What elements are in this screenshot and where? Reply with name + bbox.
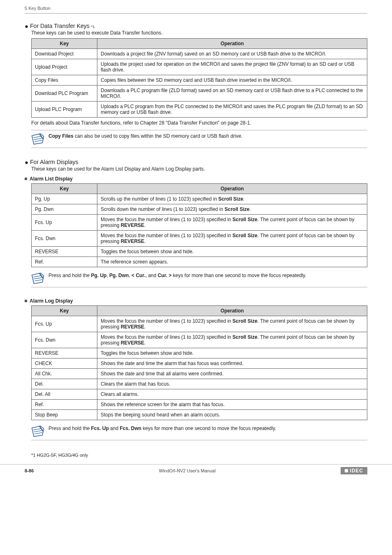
- note-icon: [31, 133, 44, 145]
- cell-key: REVERSE: [32, 247, 97, 257]
- cell-operation: Clears all alarms.: [97, 389, 367, 400]
- cell-operation: Moves the focus the number of lines (1 t…: [97, 215, 367, 231]
- section-title-data-transfer: ● For Data Transfer Keys*1: [25, 23, 367, 29]
- cell-key: Ref.: [32, 257, 97, 267]
- table-row: Download ProjectDownloads a project file…: [32, 49, 367, 59]
- cell-key: Pg. Up: [32, 194, 97, 204]
- table-row: Fcs. UpMoves the focus the number of lin…: [32, 316, 367, 332]
- cell-operation: Scrolls up the number of lines (1 to 102…: [97, 194, 367, 204]
- cell-key: Fcs. Up: [32, 215, 97, 231]
- col-header-key: Key: [32, 184, 97, 194]
- cell-operation: Uploads a PLC program from the PLC conne…: [97, 102, 367, 118]
- cell-operation: Clears the alarm that has focus.: [97, 379, 367, 389]
- table-row: Fcs. UpMoves the focus the number of lin…: [32, 215, 367, 231]
- cell-operation: Copies files between the SD memory card …: [97, 75, 367, 86]
- table-row: Download PLC ProgramDownloads a PLC prog…: [32, 86, 367, 102]
- note-copy-files: Copy Files can also be used to copy file…: [31, 130, 367, 148]
- cell-key: CHECK: [32, 358, 97, 369]
- idec-logo: IDEC: [341, 467, 367, 474]
- table-row: REVERSEToggles the focus between show an…: [32, 247, 367, 257]
- col-header-operation: Operation: [97, 184, 367, 194]
- table-row: CHECKShows the date and time the alarm t…: [32, 358, 367, 369]
- note-text: Press and hold the Pg. Up, Pg. Dwn, < Cu…: [48, 272, 367, 279]
- alarm-list-table: Key Operation Pg. UpScrolls up the numbe…: [31, 183, 367, 267]
- subhead-alarm-list: Alarm List Display: [25, 176, 367, 182]
- section-title-text: For Data Transfer Keys: [30, 23, 90, 29]
- square-icon: [25, 300, 27, 302]
- table-row: Fcs. DwnMoves the focus the number of li…: [32, 231, 367, 247]
- square-icon: [25, 178, 27, 180]
- table-row: Pg. UpScrolls up the number of lines (1 …: [32, 194, 367, 204]
- cell-key: Copy Files: [32, 75, 97, 86]
- section-desc: These keys can be used for the Alarm Lis…: [31, 166, 367, 172]
- cell-operation: Shows the reference screen for the alarm…: [97, 400, 367, 410]
- cell-operation: Downloads a project file (ZNV format) sa…: [97, 49, 367, 59]
- cell-key: Del. All: [32, 389, 97, 400]
- note-alarm-list: Press and hold the Pg. Up, Pg. Dwn, < Cu…: [31, 270, 367, 287]
- table-row: Pg. DwnScrolls down the number of lines …: [32, 204, 367, 215]
- cell-key: Pg. Dwn: [32, 204, 97, 215]
- alarm-log-table: Key Operation Fcs. UpMoves the focus the…: [31, 305, 367, 420]
- cell-operation: Downloads a PLC program file (ZLD format…: [97, 86, 367, 102]
- reference-note: For details about Data Transfer function…: [31, 120, 367, 126]
- cell-operation: The reference screen appears.: [97, 257, 367, 267]
- note-alarm-log: Press and hold the Fcs. Up and Fcs. Dwn …: [31, 423, 367, 440]
- cell-key: Download PLC Program: [32, 86, 97, 102]
- table-row: Upload PLC ProgramUploads a PLC program …: [32, 102, 367, 118]
- note-icon: [31, 425, 44, 437]
- table-row: Del. AllClears all alarms.: [32, 389, 367, 400]
- col-header-operation: Operation: [97, 39, 367, 49]
- subhead-alarm-log: Alarm Log Display: [25, 298, 367, 304]
- cell-key: Stop Beep: [32, 410, 97, 420]
- cell-key: Ref.: [32, 400, 97, 410]
- footnote: *1 HG2G-5F, HG3G/4G only: [31, 453, 367, 458]
- manual-title: WindO/I-NV2 User's Manual: [34, 468, 341, 473]
- cell-operation: Moves the focus the number of lines (1 t…: [97, 332, 367, 348]
- cell-key: Fcs. Up: [32, 316, 97, 332]
- col-header-key: Key: [32, 39, 97, 49]
- bullet-icon: ●: [25, 159, 28, 165]
- cell-operation: Shows the date and time that all alarms …: [97, 369, 367, 379]
- footnote-ref: *1: [91, 25, 95, 29]
- section-desc: These keys can be used to execute Data T…: [31, 30, 367, 36]
- cell-key: Upload Project: [32, 59, 97, 75]
- table-row: REVERSEToggles the focus between show an…: [32, 348, 367, 358]
- table-row: Fcs. DwnMoves the focus the number of li…: [32, 332, 367, 348]
- table-row: Ref.Shows the reference screen for the a…: [32, 400, 367, 410]
- page-number: 8-86: [25, 468, 34, 473]
- cell-key: All Chk.: [32, 369, 97, 379]
- cell-operation: Moves the focus the number of lines (1 t…: [97, 231, 367, 247]
- cell-operation: Shows the date and time the alarm that h…: [97, 358, 367, 369]
- table-row: Del.Clears the alarm that has focus.: [32, 379, 367, 389]
- cell-operation: Moves the focus the number of lines (1 t…: [97, 316, 367, 332]
- cell-key: Del.: [32, 379, 97, 389]
- page-footer: 8-86 WindO/I-NV2 User's Manual IDEC: [0, 464, 392, 474]
- note-icon: [31, 272, 44, 284]
- cell-key: REVERSE: [32, 348, 97, 358]
- note-text: Copy Files can also be used to copy file…: [48, 133, 367, 140]
- logo-square-icon: [345, 469, 348, 472]
- cell-operation: Toggles the focus between show and hide.: [97, 247, 367, 257]
- table-row: Copy FilesCopies files between the SD me…: [32, 75, 367, 86]
- table-row: Upload ProjectUploads the project used f…: [32, 59, 367, 75]
- cell-key: Download Project: [32, 49, 97, 59]
- cell-operation: Scrolls down the number of lines (1 to 1…: [97, 204, 367, 215]
- section-title-text: For Alarm Displays: [30, 159, 78, 165]
- table-row: All Chk.Shows the date and time that all…: [32, 369, 367, 379]
- section-title-alarm: ● For Alarm Displays: [25, 159, 367, 165]
- cell-key: Fcs. Dwn: [32, 231, 97, 247]
- cell-key: Upload PLC Program: [32, 102, 97, 118]
- col-header-key: Key: [32, 306, 97, 316]
- data-transfer-table: Key Operation Download ProjectDownloads …: [31, 38, 367, 118]
- col-header-operation: Operation: [97, 306, 367, 316]
- cell-operation: Uploads the project used for operation o…: [97, 59, 367, 75]
- note-text: Press and hold the Fcs. Up and Fcs. Dwn …: [48, 425, 367, 432]
- cell-operation: Stops the beeping sound heard when an al…: [97, 410, 367, 420]
- cell-operation: Toggles the focus between show and hide.: [97, 348, 367, 358]
- table-row: Ref.The reference screen appears.: [32, 257, 367, 267]
- cell-key: Fcs. Dwn: [32, 332, 97, 348]
- bullet-icon: ●: [25, 23, 28, 29]
- table-row: Stop BeepStops the beeping sound heard w…: [32, 410, 367, 420]
- page-header: 5 Key Button: [25, 6, 367, 14]
